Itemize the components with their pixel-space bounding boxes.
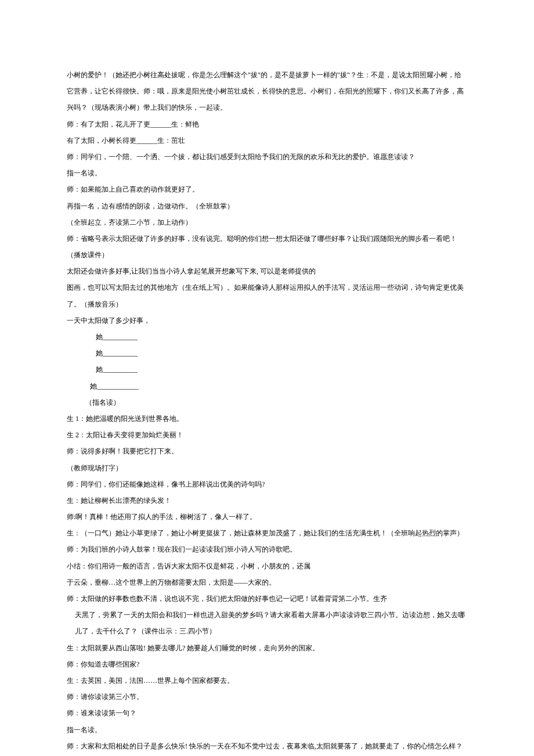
dialogue-student: 生：她让柳树长出漂亮的绿头发！ [67,492,467,509]
fill-blank-line: 她__________ [67,329,467,345]
dialogue-teacher: 师：为我们班的小诗人鼓掌！现在我们一起读读我们班小诗人写的诗歌吧。 [67,541,467,557]
paragraph: （指名读） [67,394,467,411]
paragraph: 指一名读。 [67,722,467,738]
dialogue-teacher: 师：太阳做的好事数也数不清，说也说不完，我们把太阳做的好事也记一记吧！试着背背第… [67,591,467,607]
paragraph: 于云朵，垂柳…这个世界上的万物都需要太阳，太阳是——大家的。 [67,574,467,591]
paragraph: 图画，也可以写太阳去过的其他地方（生在纸上写）。如果能像诗人那样运用拟人的手法写… [67,279,467,312]
dialogue-student: 生：太阳就要从西山落啦! 她要去哪儿? 她要趁人们睡觉的时候，走向另外的国家。 [67,640,467,656]
paragraph: 太阳还会做许多好事,让我们当当小诗人拿起笔展开想象写下来, 可以是老师提供的 [67,263,467,279]
dialogue-student: 生 2：太阳让春天变得更加灿烂美丽！ [67,427,467,443]
paragraph: 一天中太阳做了多少好事， [67,312,467,329]
paragraph: 指一名读。 [67,165,467,181]
dialogue-teacher: 师：谁来读读第一句？ [67,705,467,721]
paragraph: 师：如果能加上自己喜欢的动作就更好了。 [67,181,467,197]
fill-blank-line: 她__________ [67,361,467,377]
document-body: 小树的爱护！（她还把小树往高处拔呢，你是怎么理解这个"拔"的，是不是拔萝卜一样的… [67,67,467,756]
dialogue-student: 生：（一口气）她让小草更绿了，她让小树更挺拔了，她让森林更加茂盛了，她让我们的生… [67,525,467,541]
paragraph: 天黑了，劳累了一天的太阳会和我们一样也进入甜美的梦乡吗？请大家看着大屏幕小声读读… [67,607,467,639]
dialogue-teacher: 师：大家和太阳相处的日子是多么快乐! 快乐的一天在不知不觉中过去，夜幕来临,太阳… [67,738,467,754]
paragraph: 再指一名，边有感情的朗读，边做动作。（全班鼓掌） [67,198,467,214]
dialogue-teacher: 师:啊！真棒！他还用了拟人的手法，柳树活了，像人一样了。 [67,509,467,525]
paragraph: （全班起立，齐读第二小节，加上动作） [67,214,467,231]
fill-blank-line: 她____________ [67,378,467,394]
paragraph: 师：有了太阳，花儿开了更______生：鲜艳 [67,116,467,132]
dialogue-teacher: 师：你知道去哪些国家? [67,656,467,672]
paragraph: 小树的爱护！（她还把小树往高处拔呢，你是怎么理解这个"拔"的，是不是拔萝卜一样的… [67,67,467,116]
dialogue-teacher: 师：同学们，你们还能像她这样，像书上那样说出优美的诗句吗? [67,476,467,492]
dialogue-student: 生 1：她把温暖的阳光送到世界各地。 [67,411,467,427]
paragraph: 师：同学们，一个陪、一个洒、一个拔，都让我们感受到太阳给予我们的无限的欢乐和无比… [67,149,467,165]
paragraph: 小结：你们用诗一般的语言，告诉大家太阳不仅是鲜花，小树，小朋友的，还属 [67,558,467,574]
dialogue-teacher: 师：请你读读第三小节。 [67,689,467,705]
paragraph: （教师现场打字） [67,460,467,476]
fill-blank-line: 她__________ [67,345,467,361]
dialogue-teacher: 师：说得多好啊！我要把它打下来。 [67,443,467,459]
paragraph: 有了太阳，小树长得更______生：茁壮 [67,132,467,149]
paragraph: 师：省略号表示太阳还做了许多的好事，没有说完。聪明的你们想一想太阳还做了哪些好事… [67,231,467,263]
dialogue-student: 生：去英国，美国，法国……世界上每个国家都要去。 [67,672,467,689]
